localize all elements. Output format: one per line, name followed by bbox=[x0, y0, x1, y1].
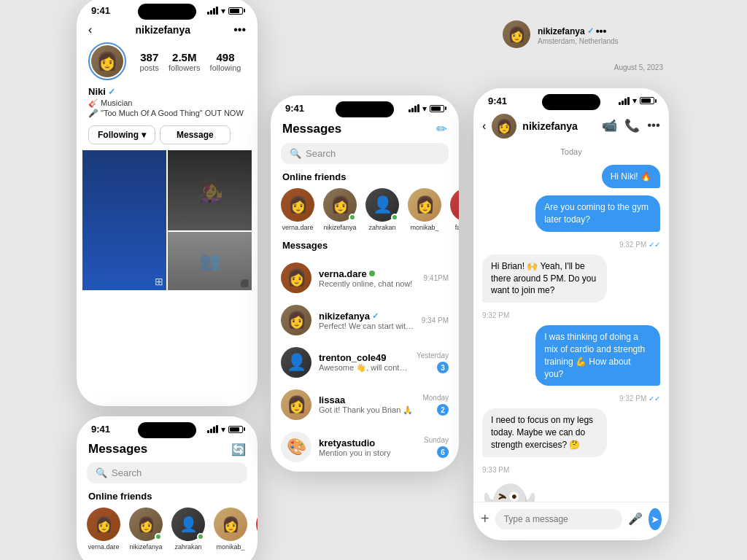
wifi-icon: ▾ bbox=[221, 6, 225, 16]
message-timestamp: 9:32 PM ✓✓ bbox=[482, 394, 660, 402]
status-bar: 9:41 ▾ bbox=[77, 0, 258, 19]
chat-username-outside: nikizefanya ✓ ••• bbox=[538, 26, 619, 37]
following-button[interactable]: Following ▾ bbox=[88, 125, 155, 144]
chat-signal-icon bbox=[619, 97, 630, 105]
mini-status-pill bbox=[138, 422, 196, 438]
conversation-item[interactable]: 🎨 kretyastudio Mention you in story Sund… bbox=[271, 426, 459, 468]
verified-icon-outside: ✓ bbox=[587, 26, 594, 36]
msg-meta: Monday 2 bbox=[422, 394, 449, 416]
mini-search-bar[interactable]: 🔍 Search bbox=[87, 462, 247, 483]
chat-user-info-outside: nikizefanya ✓ ••• Amsterdam, Netherlands bbox=[538, 26, 619, 45]
messages-section-label: Messages bbox=[271, 240, 459, 257]
unread-badge: 3 bbox=[437, 362, 449, 373]
list-item[interactable]: 👩 nikizefanya bbox=[323, 188, 357, 231]
list-item[interactable]: 👤 zahrakan bbox=[365, 188, 399, 231]
mini-search-icon: 🔍 bbox=[96, 467, 107, 478]
more-icon-outside[interactable]: ••• bbox=[596, 26, 607, 37]
chat-back-icon[interactable]: ‹ bbox=[482, 120, 486, 133]
send-button[interactable]: ➤ bbox=[649, 508, 662, 530]
list-item[interactable]: 👩 verna.dare bbox=[87, 508, 120, 551]
messages-phone: 9:41 ▾ Messages ✏ 🔍 Search Online friend… bbox=[271, 96, 459, 472]
profile-username: nikizefanya bbox=[136, 24, 190, 36]
profile-bio: 🎸 Musician bbox=[88, 98, 246, 108]
message-bubble: Are you coming to the gym later today? bbox=[535, 195, 660, 232]
list-item[interactable]: 👤 zahrakan bbox=[171, 508, 205, 551]
following-label: following bbox=[210, 63, 241, 72]
stat-followers: 2.5M followers bbox=[169, 51, 200, 72]
messages-title: Messages bbox=[282, 122, 341, 136]
message-input[interactable] bbox=[495, 509, 622, 529]
grid-photo-1[interactable]: ⊞ bbox=[82, 150, 166, 290]
conversation-item[interactable]: 👩 nikizefanya ✓ Perfect! We can start wi… bbox=[271, 299, 459, 341]
bottom-nav: 🏠 💬 + 〰 👤 bbox=[271, 471, 459, 472]
msg-info: lissaa Got it! Thank you Brian 🙏 bbox=[319, 394, 415, 415]
messages-header: Messages ✏ bbox=[271, 117, 459, 143]
mini-messages-header: Messages 🔄 bbox=[77, 438, 258, 462]
add-media-icon[interactable]: + bbox=[481, 510, 489, 527]
posts-label: posts bbox=[140, 63, 159, 72]
message-timestamp: 9:32 PM ✓✓ bbox=[482, 241, 660, 249]
grid-photo-2[interactable]: 👩‍🎤 bbox=[168, 150, 252, 230]
stat-posts: 387 posts bbox=[140, 51, 159, 72]
sticker-row: 👻 bbox=[482, 480, 660, 502]
more-options-icon[interactable]: ••• bbox=[647, 118, 660, 133]
list-item[interactable]: 👩 fateme_ bbox=[450, 188, 459, 231]
message-row: Hi Niki! 🔥 bbox=[482, 165, 660, 189]
followers-label: followers bbox=[169, 63, 200, 72]
list-item[interactable]: 👩 monikab_ bbox=[214, 508, 247, 551]
list-item[interactable]: 👩 verna.dare bbox=[281, 188, 314, 231]
chat-header: ‹ 👩 nikizefanya 📹 📞 ••• bbox=[473, 109, 669, 144]
list-item[interactable]: 👩 monikab_ bbox=[408, 188, 441, 231]
message-button[interactable]: Message bbox=[160, 125, 231, 144]
chat-user-avatar-outside: 👩 bbox=[503, 20, 530, 48]
search-bar[interactable]: 🔍 Search bbox=[281, 143, 449, 164]
profile-name: Niki ✓ bbox=[88, 86, 246, 97]
chat-action-icons: 📹 📞 ••• bbox=[602, 118, 660, 133]
video-call-icon[interactable]: 📹 bbox=[602, 118, 617, 133]
message-timestamp: 9:33 PM bbox=[482, 466, 660, 474]
conversation-item[interactable]: 👩 verna.dare Recently online, chat now! … bbox=[271, 257, 459, 299]
msg-signal-icon bbox=[409, 104, 419, 112]
message-bubble: I need to focus on my legs today. Maybe … bbox=[482, 408, 607, 456]
day-label: Today bbox=[482, 147, 660, 156]
mini-compose-icon[interactable]: 🔄 bbox=[231, 443, 246, 456]
phone-call-icon[interactable]: 📞 bbox=[624, 118, 640, 133]
status-time: 9:41 bbox=[91, 5, 110, 16]
mini-status-icons: ▾ bbox=[207, 424, 243, 435]
message-row: I need to focus on my legs today. Maybe … bbox=[482, 408, 660, 456]
msg-avatar: 🎨 bbox=[281, 432, 311, 462]
list-item[interactable]: 👩 nikizefanya bbox=[129, 508, 163, 551]
compose-icon[interactable]: ✏ bbox=[436, 121, 447, 137]
profile-name-area: Niki ✓ 🎸 Musician 🎤 "Too Much Of A Good … bbox=[77, 80, 258, 120]
status-icons: ▾ bbox=[207, 6, 243, 16]
microphone-icon[interactable]: 🎤 bbox=[628, 512, 643, 526]
status-pill bbox=[138, 4, 196, 20]
date-label-outside: August 5, 2023 bbox=[473, 63, 670, 74]
chat-status-pill bbox=[542, 94, 600, 110]
mini-online-friends-list: 👩 verna.dare 👩 nikizefanya 👤 zahrakan 👩 … bbox=[77, 508, 258, 559]
unread-badge: 6 bbox=[437, 446, 449, 458]
msg-info: verna.dare Recently online, chat now! bbox=[319, 268, 417, 288]
signal-icon bbox=[207, 7, 218, 15]
mini-battery-icon bbox=[228, 426, 243, 433]
online-friends-label: Online friends bbox=[271, 171, 459, 188]
msg-info: kretyastudio Mention you in story bbox=[319, 438, 417, 457]
back-icon[interactable]: ‹ bbox=[88, 23, 92, 36]
chat-input-bar: + 🎤 ➤ bbox=[473, 502, 669, 536]
conversation-list: 👩 verna.dare Recently online, chat now! … bbox=[271, 257, 459, 468]
avatar-ring: 👩 bbox=[88, 42, 126, 80]
msg-status-time: 9:41 bbox=[285, 103, 304, 114]
more-icon[interactable]: ••• bbox=[233, 23, 246, 36]
mini-wifi-icon: ▾ bbox=[221, 424, 225, 435]
profile-grid: ⊞ 👩‍🎤 👥 ⬛ bbox=[77, 150, 258, 290]
chat-location-outside: Amsterdam, Netherlands bbox=[538, 37, 619, 45]
conversation-item[interactable]: 👤 trenton_cole49 Awesome 👋, will contact… bbox=[271, 341, 459, 384]
grid-photo-3[interactable]: 👥 ⬛ bbox=[168, 232, 252, 290]
msg-meta: 9:41PM bbox=[424, 274, 449, 282]
msg-status-pill bbox=[336, 101, 394, 117]
conversation-item[interactable]: 👩 lissaa Got it! Thank you Brian 🙏 Monda… bbox=[271, 384, 459, 426]
chat-wifi-icon: ▾ bbox=[632, 96, 637, 106]
message-timestamp: 9:32 PM bbox=[482, 311, 660, 319]
list-item[interactable]: 👩 fateme_ bbox=[256, 508, 258, 551]
profile-stats: 387 posts 2.5M followers 498 following bbox=[135, 51, 246, 72]
